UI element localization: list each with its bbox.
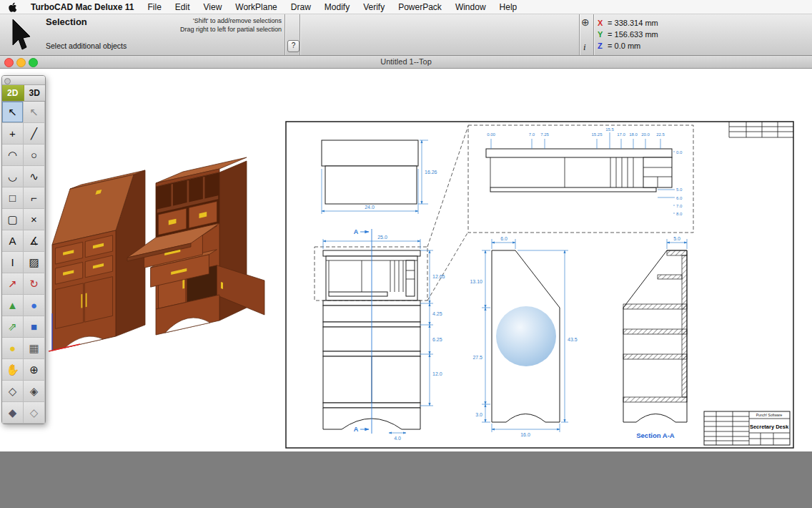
light-tool-icon: ● <box>9 343 16 353</box>
text-tool[interactable]: A <box>2 230 24 252</box>
equals-sign: = <box>608 19 612 27</box>
dim-label: 7.0 <box>676 204 683 208</box>
mode-3d-button[interactable]: 3D <box>24 85 46 101</box>
sweep-tool[interactable]: ⇗ <box>2 316 24 338</box>
help-button[interactable]: ? <box>287 40 299 52</box>
palette-close-button[interactable] <box>4 78 11 84</box>
spline-tool[interactable]: ∿ <box>24 166 45 187</box>
coordinate-z-row: Z = 0.0 mm <box>598 40 658 52</box>
menu-verify[interactable]: Verify <box>363 2 385 12</box>
wireframe-view-tool[interactable]: ◇ <box>24 402 45 424</box>
menu-file[interactable]: File <box>147 2 161 12</box>
line-tool[interactable]: ╱ <box>24 123 45 145</box>
menu-powerpack[interactable]: PowerPack <box>398 2 442 12</box>
rectangle-tool[interactable]: □ <box>2 187 24 209</box>
cone-tool[interactable]: ▲ <box>2 295 24 316</box>
light-tool[interactable]: ● <box>2 338 24 359</box>
selection-cursor-icon <box>10 18 31 54</box>
title-block-company: Punch! Software <box>756 413 783 417</box>
desk-3d-closed[interactable] <box>49 170 145 351</box>
circle-tool-icon: ○ <box>31 150 37 160</box>
crosshair-coordinates-icon[interactable]: ⊕ <box>581 16 590 28</box>
cone-tool-icon: ▲ <box>7 300 18 311</box>
desk-3d-open[interactable] <box>127 157 264 335</box>
menubar: TurboCAD Mac Deluxe 11 FileEditViewWorkP… <box>0 0 812 14</box>
dim-label: 6.0 <box>676 196 683 200</box>
menu-window[interactable]: Window <box>455 2 486 12</box>
hint-line-2: Drag right to left for partial selection <box>143 25 282 34</box>
menu-view[interactable]: View <box>204 2 222 12</box>
menu-help[interactable]: Help <box>500 2 518 12</box>
palette-tool-grid: ↖↖+╱◠○◡∿□⌐▢×A∡I▨↗↻▲●⇗■●▦✋⊕◇◈◆◇ <box>2 102 45 424</box>
palette-titlebar[interactable] <box>2 76 45 85</box>
menu-draw[interactable]: Draw <box>291 2 311 12</box>
z-coordinate-value: 0.0 mm <box>615 41 641 50</box>
select-tool[interactable]: ↖ <box>2 102 24 123</box>
drawing-canvas[interactable]: 24.0 16.26 <box>0 68 812 451</box>
dim-label: 4.25 <box>432 311 442 316</box>
menu-workplane[interactable]: WorkPlane <box>235 2 277 12</box>
menu-modify[interactable]: Modify <box>325 2 350 12</box>
point-tool[interactable]: + <box>2 123 24 145</box>
section-letter: A <box>354 228 359 235</box>
sweep-tool-icon: ⇗ <box>8 321 17 332</box>
polyline-tool-icon: ⌐ <box>31 192 37 203</box>
menu-edit[interactable]: Edit <box>175 2 190 12</box>
material-grid-tool-icon: ▦ <box>29 343 39 353</box>
curve-tool[interactable]: ◡ <box>2 166 24 187</box>
erase-tool-icon: × <box>31 214 37 225</box>
dimension-tool[interactable]: ∡ <box>24 230 45 252</box>
centerline-tool-icon: I <box>11 257 14 268</box>
iso-view-nw-tool-icon: ◈ <box>30 386 39 396</box>
x-axis-label: X <box>598 17 605 29</box>
select-open-tool[interactable]: ↖ <box>24 102 45 123</box>
select-tool-icon: ↖ <box>8 107 17 117</box>
toolbar-divider <box>299 14 300 55</box>
mode-2d-button[interactable]: 2D <box>2 85 24 101</box>
dim-label: 5.0 <box>676 187 683 192</box>
box-tool-icon: ■ <box>31 321 37 332</box>
palette-mode-toggle: 2D 3D <box>2 85 45 102</box>
pan-tool[interactable]: ✋ <box>2 359 24 381</box>
rotate-tool[interactable]: ↻ <box>24 273 45 295</box>
wireframe-view-tool-icon: ◇ <box>30 407 39 418</box>
y-coordinate-value: 156.633 mm <box>615 30 658 39</box>
tool-options-bar: Selection 'Shift' to add/remove selectio… <box>0 14 812 56</box>
tool-status-text: Select additional objects <box>46 41 127 50</box>
title-block: Punch! Software Secretary Desk <box>704 411 790 445</box>
iso-view-ne-tool[interactable]: ◇ <box>2 381 24 402</box>
drawing-sheet[interactable]: 24.0 16.26 <box>284 120 795 451</box>
shaded-view-tool[interactable]: ◆ <box>2 402 24 424</box>
document-titlebar[interactable]: Untitled 1--Top <box>0 55 812 69</box>
dim-label: 7.25 <box>540 132 549 137</box>
dim-label: 18.0 <box>629 132 638 137</box>
arc-tool-icon: ◠ <box>8 150 17 160</box>
app-menu-title[interactable]: TurboCAD Mac Deluxe 11 <box>31 2 134 12</box>
iso-view-nw-tool[interactable]: ◈ <box>24 381 45 402</box>
erase-tool[interactable]: × <box>24 209 45 230</box>
apple-menu-icon[interactable] <box>9 2 17 12</box>
polyline-tool[interactable]: ⌐ <box>24 187 45 209</box>
info-icon[interactable]: i <box>583 41 586 53</box>
dim-label: 8.0 <box>676 212 683 216</box>
rounded-rect-tool[interactable]: ▢ <box>2 209 24 230</box>
text-tool-icon: A <box>9 235 16 246</box>
material-grid-tool[interactable]: ▦ <box>24 338 45 359</box>
zoom-tool[interactable]: ⊕ <box>24 359 45 381</box>
arc-tool[interactable]: ◠ <box>2 145 24 166</box>
shaded-view-tool-icon: ◆ <box>9 407 17 418</box>
rounded-rect-tool-icon: ▢ <box>7 214 17 225</box>
desk-3d-renders[interactable] <box>43 149 289 363</box>
box-tool[interactable]: ■ <box>24 316 45 338</box>
move-tool[interactable]: ↗ <box>2 273 24 295</box>
sphere-tool[interactable]: ● <box>24 295 45 316</box>
select-open-tool-icon: ↖ <box>29 107 39 117</box>
hatch-tool[interactable]: ▨ <box>24 252 45 273</box>
tool-palette[interactable]: 2D 3D ↖↖+╱◠○◡∿□⌐▢×A∡I▨↗↻▲●⇗■●▦✋⊕◇◈◆◇ <box>1 75 46 424</box>
circle-tool[interactable]: ○ <box>24 145 45 166</box>
equals-sign: = <box>608 30 612 39</box>
dim-label: 6.25 <box>432 337 442 342</box>
centerline-tool[interactable]: I <box>2 252 24 273</box>
dim-label: 6.0 <box>500 236 508 241</box>
turbocad-screen: TurboCAD Mac Deluxe 11 FileEditViewWorkP… <box>0 0 812 508</box>
